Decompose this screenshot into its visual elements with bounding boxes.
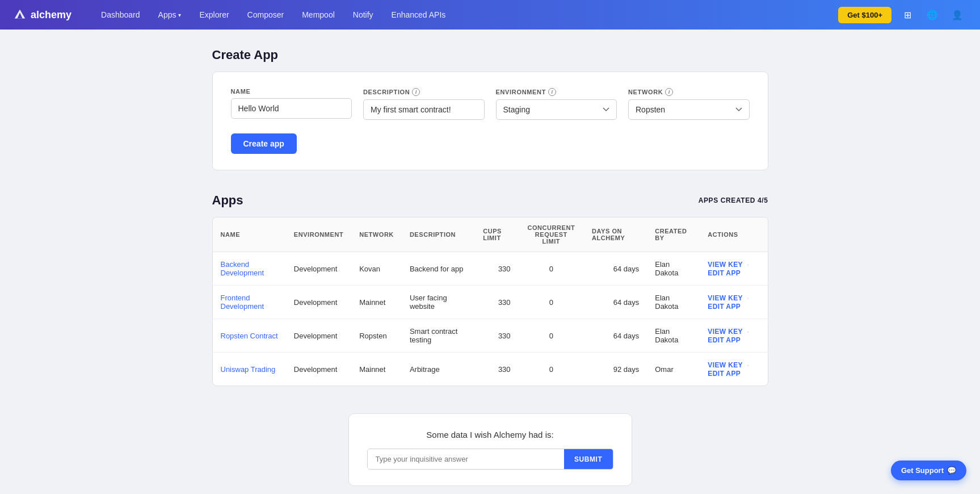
col-concurrent-limit: CONCURRENTREQUEST LIMIT [519,217,584,252]
cell-app-name: Uniswap Trading [213,353,286,386]
grid-icon: ⊞ [904,10,911,20]
cell-environment: Development [286,252,351,286]
logo[interactable]: alchemy [14,9,71,21]
get-support-label: Get Support [901,466,944,475]
nav-right: Get $100+ ⊞ 🌐 👤 [838,6,966,24]
edit-app-link[interactable]: EDIT APP [708,336,741,344]
app-name-link[interactable]: Frontend Development [221,294,264,311]
description-group: DESCRIPTION i [363,88,485,120]
view-key-link[interactable]: VIEW KEY [708,294,743,302]
apps-chevron-icon: ▾ [178,12,181,18]
app-name-link[interactable]: Ropsten Contract [221,332,278,340]
cell-concurrent-limit: 0 [519,319,584,353]
edit-app-link[interactable]: EDIT APP [708,269,741,277]
cell-environment: Development [286,319,351,353]
environment-label: ENVIRONMENT i [496,88,617,96]
col-cups-limit: CUPS LIMIT [475,217,518,252]
cell-app-name: Ropsten Contract [213,319,286,353]
cell-app-name: Frontend Development [213,286,286,319]
table-row: Ropsten Contract Development Ropsten Sma… [213,319,768,353]
cell-cups-limit: 330 [475,319,518,353]
nav-mempool[interactable]: Mempool [295,7,342,23]
cell-days: 64 days [584,319,647,353]
col-days: DAYS ON ALCHEMY [584,217,647,252]
col-environment: ENVIRONMENT [286,217,351,252]
cell-concurrent-limit: 0 [519,286,584,319]
navigation: alchemy Dashboard Apps ▾ Explorer Compos… [0,0,980,30]
cell-network: Mainnet [351,353,402,386]
cell-created-by: Elan Dakota [647,252,700,286]
nav-links: Dashboard Apps ▾ Explorer Composer Mempo… [94,7,838,23]
feedback-widget: Some data I wish Alchemy had is: SUBMIT [348,413,632,486]
user-icon-button[interactable]: 👤 [948,6,966,24]
action-separator: · [747,327,750,336]
cell-created-by: Elan Dakota [647,286,700,319]
cell-cups-limit: 330 [475,353,518,386]
description-input[interactable] [363,99,485,120]
view-key-link[interactable]: VIEW KEY [708,361,743,369]
cell-network: Kovan [351,252,402,286]
get-money-button[interactable]: Get $100+ [838,7,891,23]
feedback-title: Some data I wish Alchemy had is: [367,430,613,439]
apps-title: Apps [212,193,243,208]
nav-explorer[interactable]: Explorer [192,7,235,23]
grid-icon-button[interactable]: ⊞ [898,6,916,24]
feedback-input-row: SUBMIT [367,449,613,470]
support-chat-icon: 💬 [947,466,956,475]
network-group: NETWORK i Ropsten Mainnet Kovan Rinkeby [628,88,750,120]
cell-description: Arbitrage [402,353,475,386]
nav-notify[interactable]: Notify [346,7,380,23]
nav-apps[interactable]: Apps ▾ [152,7,188,23]
app-name-link[interactable]: Backend Development [221,260,264,277]
logo-text: alchemy [31,9,71,21]
network-info-icon[interactable]: i [665,88,673,96]
feedback-submit-button[interactable]: SUBMIT [564,449,613,469]
main-content: Create App NAME DESCRIPTION i ENVIRONMEN… [212,30,768,494]
network-select[interactable]: Ropsten Mainnet Kovan Rinkeby [628,99,750,120]
nav-enhanced-apis[interactable]: Enhanced APIs [385,7,453,23]
action-separator: · [747,361,750,369]
table-header-row: NAME ENVIRONMENT NETWORK DESCRIPTION CUP… [213,217,768,252]
edit-app-link[interactable]: EDIT APP [708,303,741,311]
environment-group: ENVIRONMENT i Staging Development Produc… [496,88,617,120]
app-name-link[interactable]: Uniswap Trading [221,365,276,374]
table-row: Frontend Development Development Mainnet… [213,286,768,319]
get-support-button[interactable]: Get Support 💬 [891,460,966,480]
cell-cups-limit: 330 [475,252,518,286]
nav-composer[interactable]: Composer [241,7,291,23]
cell-description: Backend for app [402,252,475,286]
cell-actions: VIEW KEY · EDIT APP [700,353,767,386]
cell-description: User facing website [402,286,475,319]
name-group: NAME [231,88,352,120]
col-network: NETWORK [351,217,402,252]
cell-concurrent-limit: 0 [519,252,584,286]
cell-actions: VIEW KEY · EDIT APP [700,286,767,319]
create-app-title: Create App [212,48,768,62]
col-created-by: CREATED BY [647,217,700,252]
apps-header: Apps APPS CREATED 4/5 [212,193,768,208]
table-row: Backend Development Development Kovan Ba… [213,252,768,286]
feedback-input[interactable] [368,449,564,469]
cell-created-by: Omar [647,353,700,386]
cell-cups-limit: 330 [475,286,518,319]
create-app-form-row: NAME DESCRIPTION i ENVIRONMENT i Staging… [231,88,750,120]
cell-app-name: Backend Development [213,252,286,286]
name-input[interactable] [231,98,352,119]
globe-icon-button[interactable]: 🌐 [923,6,941,24]
user-icon: 👤 [952,10,963,20]
environment-select[interactable]: Staging Development Production [496,99,617,120]
environment-info-icon[interactable]: i [548,88,556,96]
apps-table: NAME ENVIRONMENT NETWORK DESCRIPTION CUP… [213,217,768,386]
cell-environment: Development [286,286,351,319]
cell-network: Ropsten [351,319,402,353]
table-row: Uniswap Trading Development Mainnet Arbi… [213,353,768,386]
cell-days: 64 days [584,252,647,286]
view-key-link[interactable]: VIEW KEY [708,328,743,336]
edit-app-link[interactable]: EDIT APP [708,370,741,378]
nav-dashboard[interactable]: Dashboard [94,7,147,23]
col-actions: ACTIONS [700,217,767,252]
action-separator: · [747,260,750,269]
view-key-link[interactable]: VIEW KEY [708,261,743,269]
description-info-icon[interactable]: i [412,88,420,96]
create-app-button[interactable]: Create app [231,133,297,154]
